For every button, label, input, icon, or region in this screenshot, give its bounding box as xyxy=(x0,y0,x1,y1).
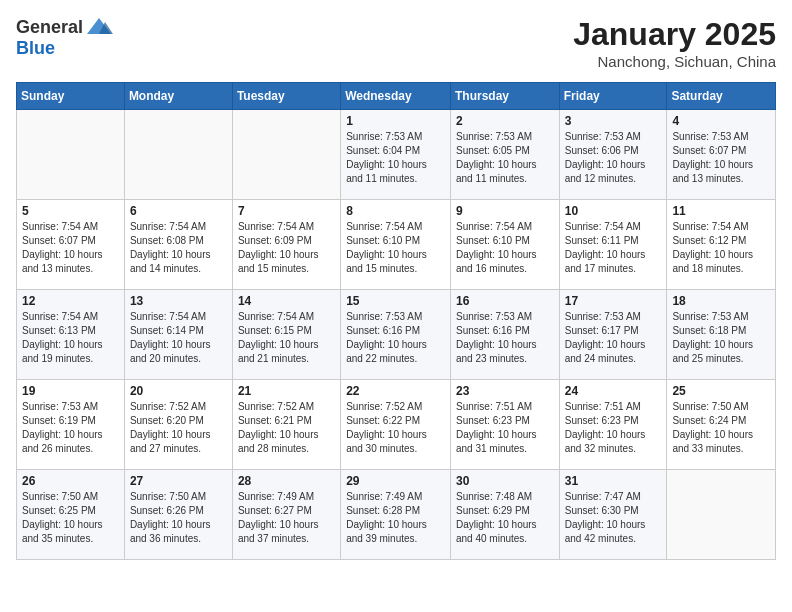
day-number: 22 xyxy=(346,384,445,398)
day-of-week-header: Monday xyxy=(124,83,232,110)
day-of-week-header: Friday xyxy=(559,83,667,110)
calendar-day-cell: 3Sunrise: 7:53 AMSunset: 6:06 PMDaylight… xyxy=(559,110,667,200)
day-number: 18 xyxy=(672,294,770,308)
calendar-day-cell: 11Sunrise: 7:54 AMSunset: 6:12 PMDayligh… xyxy=(667,200,776,290)
calendar-day-cell: 23Sunrise: 7:51 AMSunset: 6:23 PMDayligh… xyxy=(450,380,559,470)
calendar-day-cell: 22Sunrise: 7:52 AMSunset: 6:22 PMDayligh… xyxy=(341,380,451,470)
day-number: 30 xyxy=(456,474,554,488)
day-number: 4 xyxy=(672,114,770,128)
calendar-day-cell: 28Sunrise: 7:49 AMSunset: 6:27 PMDayligh… xyxy=(232,470,340,560)
day-number: 31 xyxy=(565,474,662,488)
calendar-day-cell: 5Sunrise: 7:54 AMSunset: 6:07 PMDaylight… xyxy=(17,200,125,290)
day-info: Sunrise: 7:54 AMSunset: 6:11 PMDaylight:… xyxy=(565,220,662,276)
calendar-week-row: 19Sunrise: 7:53 AMSunset: 6:19 PMDayligh… xyxy=(17,380,776,470)
day-info: Sunrise: 7:54 AMSunset: 6:13 PMDaylight:… xyxy=(22,310,119,366)
calendar-day-cell: 29Sunrise: 7:49 AMSunset: 6:28 PMDayligh… xyxy=(341,470,451,560)
day-info: Sunrise: 7:50 AMSunset: 6:25 PMDaylight:… xyxy=(22,490,119,546)
day-info: Sunrise: 7:54 AMSunset: 6:12 PMDaylight:… xyxy=(672,220,770,276)
day-number: 9 xyxy=(456,204,554,218)
calendar-day-cell: 17Sunrise: 7:53 AMSunset: 6:17 PMDayligh… xyxy=(559,290,667,380)
day-info: Sunrise: 7:53 AMSunset: 6:05 PMDaylight:… xyxy=(456,130,554,186)
day-number: 28 xyxy=(238,474,335,488)
page-header: General Blue January 2025 Nanchong, Sich… xyxy=(16,16,776,70)
day-of-week-header: Thursday xyxy=(450,83,559,110)
day-number: 7 xyxy=(238,204,335,218)
logo-general-text: General xyxy=(16,17,83,38)
calendar-day-cell: 30Sunrise: 7:48 AMSunset: 6:29 PMDayligh… xyxy=(450,470,559,560)
calendar-day-cell xyxy=(124,110,232,200)
day-number: 8 xyxy=(346,204,445,218)
day-of-week-header: Sunday xyxy=(17,83,125,110)
day-info: Sunrise: 7:51 AMSunset: 6:23 PMDaylight:… xyxy=(456,400,554,456)
day-number: 3 xyxy=(565,114,662,128)
day-info: Sunrise: 7:53 AMSunset: 6:18 PMDaylight:… xyxy=(672,310,770,366)
calendar-day-cell: 14Sunrise: 7:54 AMSunset: 6:15 PMDayligh… xyxy=(232,290,340,380)
day-number: 25 xyxy=(672,384,770,398)
day-info: Sunrise: 7:54 AMSunset: 6:07 PMDaylight:… xyxy=(22,220,119,276)
day-info: Sunrise: 7:53 AMSunset: 6:19 PMDaylight:… xyxy=(22,400,119,456)
day-number: 13 xyxy=(130,294,227,308)
day-info: Sunrise: 7:53 AMSunset: 6:07 PMDaylight:… xyxy=(672,130,770,186)
day-info: Sunrise: 7:53 AMSunset: 6:04 PMDaylight:… xyxy=(346,130,445,186)
day-info: Sunrise: 7:54 AMSunset: 6:14 PMDaylight:… xyxy=(130,310,227,366)
day-number: 6 xyxy=(130,204,227,218)
calendar-day-cell: 25Sunrise: 7:50 AMSunset: 6:24 PMDayligh… xyxy=(667,380,776,470)
calendar-header-row: SundayMondayTuesdayWednesdayThursdayFrid… xyxy=(17,83,776,110)
day-of-week-header: Wednesday xyxy=(341,83,451,110)
day-number: 26 xyxy=(22,474,119,488)
day-info: Sunrise: 7:54 AMSunset: 6:10 PMDaylight:… xyxy=(456,220,554,276)
day-number: 10 xyxy=(565,204,662,218)
calendar-day-cell: 24Sunrise: 7:51 AMSunset: 6:23 PMDayligh… xyxy=(559,380,667,470)
calendar-day-cell: 6Sunrise: 7:54 AMSunset: 6:08 PMDaylight… xyxy=(124,200,232,290)
calendar-day-cell: 10Sunrise: 7:54 AMSunset: 6:11 PMDayligh… xyxy=(559,200,667,290)
calendar-day-cell xyxy=(232,110,340,200)
day-info: Sunrise: 7:48 AMSunset: 6:29 PMDaylight:… xyxy=(456,490,554,546)
calendar-day-cell: 18Sunrise: 7:53 AMSunset: 6:18 PMDayligh… xyxy=(667,290,776,380)
calendar-day-cell: 31Sunrise: 7:47 AMSunset: 6:30 PMDayligh… xyxy=(559,470,667,560)
calendar-day-cell: 7Sunrise: 7:54 AMSunset: 6:09 PMDaylight… xyxy=(232,200,340,290)
day-number: 12 xyxy=(22,294,119,308)
day-number: 14 xyxy=(238,294,335,308)
day-info: Sunrise: 7:50 AMSunset: 6:26 PMDaylight:… xyxy=(130,490,227,546)
day-info: Sunrise: 7:52 AMSunset: 6:22 PMDaylight:… xyxy=(346,400,445,456)
day-number: 15 xyxy=(346,294,445,308)
day-number: 1 xyxy=(346,114,445,128)
day-info: Sunrise: 7:47 AMSunset: 6:30 PMDaylight:… xyxy=(565,490,662,546)
calendar-week-row: 12Sunrise: 7:54 AMSunset: 6:13 PMDayligh… xyxy=(17,290,776,380)
day-info: Sunrise: 7:53 AMSunset: 6:06 PMDaylight:… xyxy=(565,130,662,186)
logo-blue-text: Blue xyxy=(16,38,55,59)
calendar-day-cell: 2Sunrise: 7:53 AMSunset: 6:05 PMDaylight… xyxy=(450,110,559,200)
day-info: Sunrise: 7:54 AMSunset: 6:08 PMDaylight:… xyxy=(130,220,227,276)
calendar-day-cell: 21Sunrise: 7:52 AMSunset: 6:21 PMDayligh… xyxy=(232,380,340,470)
day-number: 29 xyxy=(346,474,445,488)
day-number: 19 xyxy=(22,384,119,398)
calendar-day-cell: 15Sunrise: 7:53 AMSunset: 6:16 PMDayligh… xyxy=(341,290,451,380)
day-number: 2 xyxy=(456,114,554,128)
day-info: Sunrise: 7:53 AMSunset: 6:16 PMDaylight:… xyxy=(456,310,554,366)
calendar-day-cell: 9Sunrise: 7:54 AMSunset: 6:10 PMDaylight… xyxy=(450,200,559,290)
day-number: 5 xyxy=(22,204,119,218)
calendar-day-cell: 12Sunrise: 7:54 AMSunset: 6:13 PMDayligh… xyxy=(17,290,125,380)
calendar-table: SundayMondayTuesdayWednesdayThursdayFrid… xyxy=(16,82,776,560)
day-info: Sunrise: 7:52 AMSunset: 6:21 PMDaylight:… xyxy=(238,400,335,456)
day-info: Sunrise: 7:50 AMSunset: 6:24 PMDaylight:… xyxy=(672,400,770,456)
day-number: 23 xyxy=(456,384,554,398)
day-info: Sunrise: 7:49 AMSunset: 6:27 PMDaylight:… xyxy=(238,490,335,546)
day-number: 27 xyxy=(130,474,227,488)
location-subtitle: Nanchong, Sichuan, China xyxy=(573,53,776,70)
calendar-day-cell xyxy=(17,110,125,200)
day-info: Sunrise: 7:54 AMSunset: 6:09 PMDaylight:… xyxy=(238,220,335,276)
calendar-day-cell: 16Sunrise: 7:53 AMSunset: 6:16 PMDayligh… xyxy=(450,290,559,380)
logo-icon xyxy=(85,16,113,38)
title-block: January 2025 Nanchong, Sichuan, China xyxy=(573,16,776,70)
day-number: 20 xyxy=(130,384,227,398)
calendar-week-row: 5Sunrise: 7:54 AMSunset: 6:07 PMDaylight… xyxy=(17,200,776,290)
day-info: Sunrise: 7:53 AMSunset: 6:16 PMDaylight:… xyxy=(346,310,445,366)
day-info: Sunrise: 7:54 AMSunset: 6:10 PMDaylight:… xyxy=(346,220,445,276)
day-info: Sunrise: 7:49 AMSunset: 6:28 PMDaylight:… xyxy=(346,490,445,546)
day-number: 11 xyxy=(672,204,770,218)
day-info: Sunrise: 7:51 AMSunset: 6:23 PMDaylight:… xyxy=(565,400,662,456)
calendar-day-cell: 8Sunrise: 7:54 AMSunset: 6:10 PMDaylight… xyxy=(341,200,451,290)
day-info: Sunrise: 7:54 AMSunset: 6:15 PMDaylight:… xyxy=(238,310,335,366)
day-of-week-header: Tuesday xyxy=(232,83,340,110)
